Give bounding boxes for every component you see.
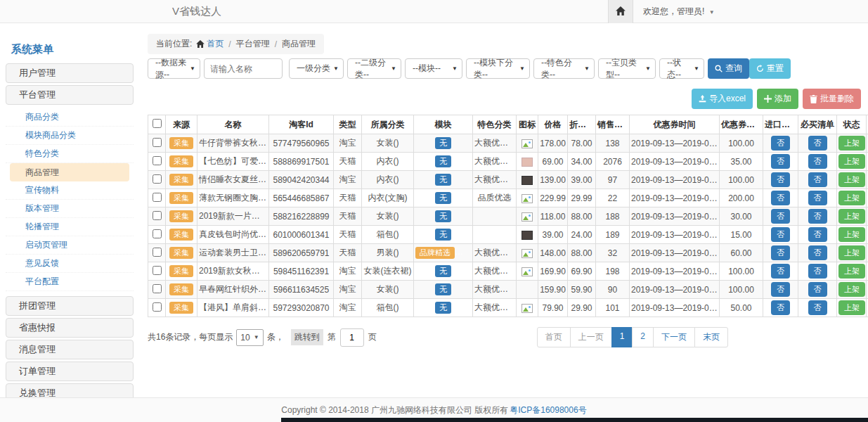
import-select-toggle[interactable]: 否: [771, 172, 790, 187]
price: 139.00: [538, 171, 568, 189]
filter-source-select[interactable]: --数据来源--▼: [148, 58, 200, 79]
user-menu[interactable]: 欢迎您，管理员! ▼: [643, 6, 715, 18]
sidebar-group-4[interactable]: 省惠快报: [6, 318, 134, 338]
page-button-5[interactable]: 下一页: [653, 327, 695, 347]
status-button[interactable]: 上架: [838, 172, 865, 187]
import-select-toggle[interactable]: 否: [771, 227, 790, 242]
import-select-toggle[interactable]: 否: [771, 136, 790, 151]
sidebar-group-6[interactable]: 订单管理: [6, 362, 134, 381]
status-button[interactable]: 上架: [838, 227, 865, 242]
column-header: 名称: [197, 115, 269, 134]
sidebar-group-2[interactable]: 平台管理: [6, 85, 134, 105]
status-button[interactable]: 上架: [838, 282, 865, 297]
sidebar-item[interactable]: 意见反馈: [6, 255, 134, 273]
must-buy-toggle[interactable]: 否: [808, 172, 827, 187]
filter-module-select[interactable]: --模块--▼: [405, 58, 462, 79]
filter-item-type-select[interactable]: --宝贝类型--▼: [598, 58, 656, 79]
add-button[interactable]: 添加: [757, 89, 798, 109]
status-button[interactable]: 上架: [838, 154, 865, 169]
discount-price: 88.00: [568, 244, 596, 262]
row-checkbox[interactable]: [153, 302, 162, 312]
name-search-input[interactable]: [204, 58, 283, 79]
sidebar-group-3[interactable]: 拼团管理: [6, 296, 134, 316]
row-checkbox[interactable]: [153, 156, 162, 165]
sidebar-item[interactable]: 商品分类: [6, 108, 134, 127]
coupon-time: 2019-09-13—2019-09-20: [630, 171, 720, 189]
sidebar-item[interactable]: 宣传物料: [6, 181, 134, 200]
page-button-4[interactable]: 2: [632, 327, 654, 347]
filter-level1-select[interactable]: 一级分类▼: [289, 58, 344, 79]
sidebar-item[interactable]: 模块商品分类: [6, 127, 134, 145]
icp-link[interactable]: 粤ICP备16098006号: [510, 404, 586, 416]
table-header: 来源名称淘客Id类型所属分类模块特色分类图标价格折后价销售数量优惠券时间优惠券金…: [148, 115, 868, 134]
page-button-6[interactable]: 末页: [694, 327, 728, 347]
must-buy-toggle[interactable]: 否: [808, 264, 827, 279]
row-checkbox[interactable]: [153, 284, 162, 293]
sidebar-group-5[interactable]: 消息管理: [6, 340, 134, 359]
status-button[interactable]: 上架: [838, 245, 865, 260]
must-buy-toggle[interactable]: 否: [808, 209, 827, 224]
filter-status-select[interactable]: --状态--▼: [659, 58, 704, 79]
sales-count: 97: [596, 171, 630, 189]
select-all-checkbox[interactable]: [153, 119, 162, 128]
page-button-3[interactable]: 1: [611, 327, 633, 347]
status-button[interactable]: 上架: [838, 300, 865, 315]
jump-page-input[interactable]: [340, 328, 364, 347]
import-select-toggle[interactable]: 否: [771, 264, 790, 279]
sidebar-title: 系统菜单: [6, 40, 134, 63]
status-button[interactable]: 上架: [838, 136, 865, 151]
import-select-toggle[interactable]: 否: [771, 154, 790, 169]
page-button-1[interactable]: 首页: [537, 327, 571, 347]
batch-delete-button[interactable]: 批量删除: [803, 89, 861, 109]
page-buttons: 首页上一页12下一页末页: [537, 327, 728, 347]
must-buy-toggle[interactable]: 否: [808, 282, 827, 297]
filter-level2-select[interactable]: --二级分类--▼: [347, 58, 401, 79]
discount-price: 29.99: [568, 189, 596, 207]
must-buy-toggle[interactable]: 否: [808, 300, 827, 315]
row-checkbox[interactable]: [153, 266, 162, 275]
sales-count: 198: [596, 262, 630, 281]
reset-button[interactable]: 重置: [749, 58, 791, 79]
status-button[interactable]: 上架: [838, 209, 865, 224]
jump-button[interactable]: 跳转到: [291, 329, 323, 345]
table-row: 采集薄款无钢圈文胸聚拢性...565446685867天猫内衣(文胸)无品质优选…: [148, 189, 868, 207]
breadcrumb-home-link[interactable]: 首页: [207, 38, 224, 50]
search-button[interactable]: 查询: [708, 58, 749, 79]
status-button[interactable]: 上架: [838, 264, 865, 279]
product-name: 早春网红针织外套女春...: [197, 281, 269, 299]
must-buy-toggle[interactable]: 否: [808, 136, 827, 151]
import-select-toggle[interactable]: 否: [771, 191, 790, 205]
source-badge: 采集: [169, 302, 193, 314]
must-buy-toggle[interactable]: 否: [808, 227, 827, 242]
status-button[interactable]: 上架: [838, 191, 865, 205]
import-select-toggle[interactable]: 否: [771, 282, 790, 297]
row-checkbox[interactable]: [153, 211, 162, 220]
filter-feature-select[interactable]: --特色分类--▼: [533, 58, 595, 79]
must-buy-toggle[interactable]: 否: [808, 154, 827, 169]
must-buy-toggle[interactable]: 否: [808, 245, 827, 260]
import-select-toggle[interactable]: 否: [771, 209, 790, 224]
product-thumbnail-icon: [522, 231, 533, 240]
sidebar-group-1[interactable]: 用户管理: [6, 63, 134, 83]
import-excel-button[interactable]: 导入excel: [692, 89, 753, 109]
chevron-down-icon: ▼: [645, 65, 651, 72]
must-buy-toggle[interactable]: 否: [808, 191, 827, 205]
sidebar-item[interactable]: 版本管理: [6, 200, 134, 218]
row-checkbox[interactable]: [153, 229, 162, 238]
row-checkbox[interactable]: [153, 174, 162, 184]
sidebar-item[interactable]: 特色分类: [6, 145, 134, 163]
sidebar-item[interactable]: 平台配置: [6, 273, 134, 291]
filter-module-sub-select[interactable]: --模块下分类--▼: [466, 58, 530, 79]
sidebar-item[interactable]: 轮播管理: [6, 218, 134, 236]
per-page-select[interactable]: 10▼: [236, 329, 263, 346]
sidebar-item-active[interactable]: 商品管理: [10, 163, 129, 181]
page-button-2[interactable]: 上一页: [570, 327, 612, 347]
sidebar-item[interactable]: 启动页管理: [6, 236, 134, 255]
import-select-toggle[interactable]: 否: [771, 300, 790, 315]
home-button[interactable]: [608, 0, 633, 23]
row-checkbox[interactable]: [153, 193, 162, 202]
row-checkbox[interactable]: [153, 138, 162, 147]
breadcrumb-item: 平台管理: [236, 38, 270, 50]
row-checkbox[interactable]: [153, 248, 162, 257]
import-select-toggle[interactable]: 否: [771, 245, 790, 260]
